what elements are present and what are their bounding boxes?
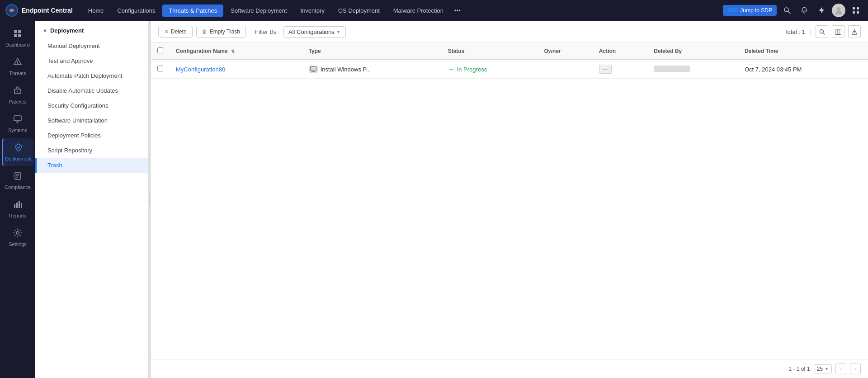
jump-to-sdp-button[interactable]: SDP Jump to SDP <box>723 5 777 16</box>
select-all-checkbox[interactable] <box>157 47 163 53</box>
svg-rect-6 <box>857 7 859 9</box>
config-name-cell: MyConfiguration80 <box>170 60 302 79</box>
owner-label: Owner <box>544 48 561 54</box>
sidebar-item-reports[interactable]: Reports <box>2 195 33 223</box>
dashboard-icon <box>13 29 22 40</box>
sub-menu-software-uninstall[interactable]: Software Uninstallation <box>35 113 148 128</box>
svg-rect-10 <box>18 30 21 33</box>
sub-menu-security-configs[interactable]: Security Configurations <box>35 98 148 113</box>
type-cell: Install Windows P... <box>302 60 442 79</box>
sidebar-item-patches[interactable]: Patches <box>2 81 33 109</box>
type-label: Type <box>309 48 321 54</box>
sidebar-threats-label: Threats <box>9 71 26 76</box>
sub-menu-manual-deployment[interactable]: Manual Deployment <box>35 38 148 53</box>
settings-icon <box>13 228 22 240</box>
pagination: 1 - 1 of 1 25 ▼ ‹ › <box>151 359 868 378</box>
sub-menu-automate-patch[interactable]: Automate Patch Deployment <box>35 68 148 83</box>
search-table-button[interactable] <box>816 25 828 38</box>
empty-trash-button[interactable]: 🗑 Empty Trash <box>196 26 246 38</box>
per-page-value: 25 <box>817 366 823 372</box>
reports-icon <box>13 200 22 211</box>
action-menu-button[interactable]: ··· <box>599 65 612 74</box>
svg-rect-8 <box>857 11 859 14</box>
config-name-link[interactable]: MyConfiguration80 <box>176 66 225 73</box>
main-content: ✕ Delete 🗑 Empty Trash Filter By : All C… <box>151 21 868 378</box>
sub-menu-disable-updates[interactable]: Disable Automatic Updates <box>35 83 148 98</box>
deleted-by-header: Deleted By <box>647 43 738 60</box>
filter-by-label: Filter By : <box>255 28 280 35</box>
nav-os-deployment[interactable]: OS Deployment <box>332 5 386 17</box>
column-settings-button[interactable] <box>832 25 844 38</box>
systems-icon <box>13 114 22 126</box>
sidebar-item-dashboard[interactable]: Dashboard <box>2 24 33 52</box>
svg-rect-11 <box>14 34 17 37</box>
sidebar-dashboard-label: Dashboard <box>5 42 30 47</box>
sidebar-item-settings[interactable]: Settings <box>2 224 33 251</box>
nav-inventory[interactable]: Inventory <box>294 5 331 17</box>
trash-icon: 🗑 <box>202 28 208 35</box>
sub-sidebar-header[interactable]: ▼ Deployment <box>35 21 148 38</box>
filter-dropdown[interactable]: All Configurations ▼ <box>283 26 346 38</box>
nav-home[interactable]: Home <box>82 5 110 17</box>
nav-malware-protection[interactable]: Malware Protection <box>387 5 450 17</box>
sidebar-item-threats[interactable]: Threats <box>2 53 33 80</box>
chevron-down-icon: ▼ <box>42 28 47 33</box>
notifications-icon-button[interactable] <box>797 4 811 17</box>
row-checkbox[interactable] <box>157 66 163 71</box>
sub-menu-test-approve[interactable]: Test and Approve <box>35 53 148 68</box>
status-cell: → In Progress <box>442 60 538 79</box>
config-name-label: Configuration Name <box>176 48 228 54</box>
svg-rect-35 <box>310 67 316 71</box>
svg-point-1 <box>10 9 13 12</box>
prev-page-button[interactable]: ‹ <box>835 364 846 374</box>
top-navigation: Endpoint Central Home Configurations Thr… <box>0 0 868 21</box>
action-header: Action <box>593 43 647 60</box>
total-count-label: Total : 1 <box>784 28 805 35</box>
config-name-header[interactable]: Configuration Name ⇅ <box>170 43 302 60</box>
svg-point-29 <box>16 232 19 234</box>
delete-button[interactable]: ✕ Delete <box>158 26 193 38</box>
owner-header[interactable]: Owner <box>538 43 592 60</box>
patches-icon <box>13 86 22 97</box>
deployment-icon <box>14 143 23 154</box>
nav-software-deployment[interactable]: Software Deployment <box>224 5 293 17</box>
table-header-row: Configuration Name ⇅ Type Status Owner <box>151 43 868 60</box>
type-header[interactable]: Type <box>302 43 442 60</box>
search-icon-button[interactable] <box>780 4 794 17</box>
export-button[interactable] <box>848 25 861 38</box>
svg-rect-5 <box>853 7 855 9</box>
per-page-select[interactable]: 25 ▼ <box>814 364 832 373</box>
chevron-down-icon: ▼ <box>336 29 341 34</box>
svg-rect-27 <box>19 201 20 208</box>
flash-icon-button[interactable] <box>815 4 828 17</box>
row-checkbox-cell <box>151 60 170 79</box>
deleted-by-cell <box>647 60 738 79</box>
brand-name: Endpoint Central <box>22 7 73 14</box>
svg-rect-9 <box>14 30 17 33</box>
nav-configurations[interactable]: Configurations <box>111 5 161 17</box>
delete-label: Delete <box>171 28 187 35</box>
checkbox-header <box>151 43 170 60</box>
apps-grid-icon[interactable] <box>849 4 863 17</box>
svg-point-17 <box>17 91 18 92</box>
sidebar-item-deployment[interactable]: Deployment <box>2 138 33 166</box>
brand-logo-area[interactable]: Endpoint Central <box>5 4 73 17</box>
sidebar-settings-label: Settings <box>9 241 27 247</box>
sub-menu-trash[interactable]: Trash <box>35 158 148 173</box>
sidebar-item-systems[interactable]: Systems <box>2 110 33 137</box>
svg-point-4 <box>837 7 840 11</box>
deleted-time-label: Deleted Time <box>745 48 778 54</box>
sub-menu-deployment-policies[interactable]: Deployment Policies <box>35 128 148 143</box>
page-info: 1 - 1 of 1 <box>788 366 810 372</box>
status-header[interactable]: Status <box>442 43 538 60</box>
svg-point-14 <box>17 63 18 64</box>
status-text: In Progress <box>457 66 487 73</box>
user-avatar[interactable] <box>832 4 845 17</box>
nav-more-button[interactable]: ••• <box>451 5 464 17</box>
next-page-button[interactable]: › <box>850 364 861 374</box>
sidebar-item-compliance[interactable]: Compliance <box>2 167 33 194</box>
sub-menu-script-repository[interactable]: Script Repository <box>35 143 148 158</box>
left-sidebar: Dashboard Threats Patches Systems Deploy… <box>0 21 35 378</box>
owner-cell <box>538 60 592 79</box>
nav-threats-patches[interactable]: Threats & Patches <box>162 5 223 17</box>
